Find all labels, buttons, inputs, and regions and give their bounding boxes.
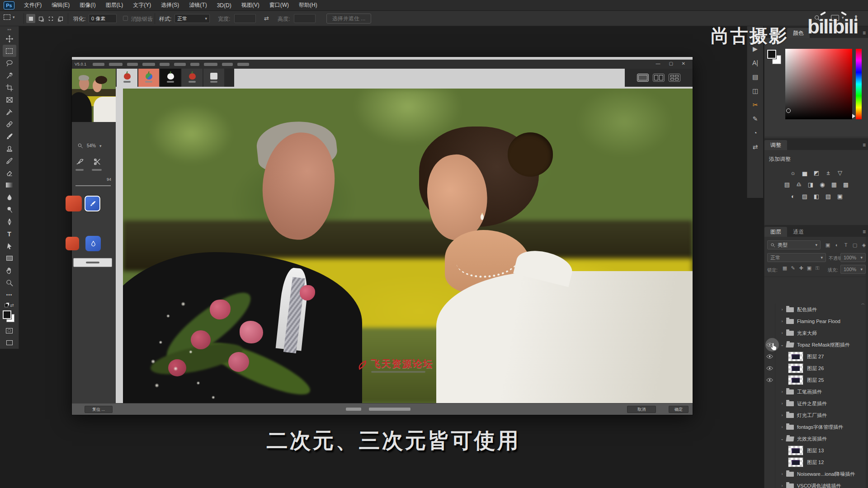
layer-name[interactable]: 配色插件 (797, 306, 817, 313)
layer-filter-select[interactable]: 类型 ▾ (767, 240, 821, 249)
visibility-eye-empty[interactable] (764, 421, 775, 433)
tab-mask-view[interactable] (117, 69, 137, 87)
add-selection-button[interactable] (36, 14, 45, 23)
visibility-eye-empty[interactable] (764, 409, 775, 421)
single-view-button[interactable] (637, 74, 649, 82)
dialog-menu-item[interactable] (109, 63, 123, 66)
new-selection-button[interactable] (26, 14, 35, 23)
cancel-button[interactable]: 取消 (627, 406, 656, 413)
dialog-menu-item[interactable] (127, 63, 138, 66)
layer-group-row[interactable]: ›fontags字体管理插件 (764, 421, 866, 433)
layer-group-row[interactable]: ›Noiseware...ional降噪插件 (764, 468, 866, 480)
layer-name[interactable]: 图层 25 (807, 377, 824, 384)
layer-group-row[interactable]: ›配色插件 (764, 304, 866, 315)
posterize-icon[interactable]: ▨ (800, 192, 809, 201)
visibility-eye-empty[interactable] (764, 315, 775, 327)
clone-stamp-tool[interactable] (3, 142, 16, 155)
layer-name[interactable]: 光束大师 (797, 330, 817, 337)
hue-slider[interactable] (856, 49, 862, 119)
levels-icon[interactable]: ▅ (800, 168, 809, 177)
filter-type-icon[interactable]: T (842, 240, 849, 249)
layer-row[interactable]: 图层 12 (764, 456, 866, 468)
layer-thumbnail[interactable] (788, 352, 803, 361)
visibility-eye-empty[interactable] (764, 480, 775, 488)
fill-select[interactable]: 100%▾ (840, 265, 866, 274)
channel-mixer-icon[interactable]: ▦ (830, 180, 839, 189)
tool-b-icon[interactable] (93, 157, 102, 168)
dialog-menu-item[interactable] (160, 63, 170, 66)
menu-选择S[interactable]: 选择(S) (156, 0, 184, 11)
foreground-color-swatch[interactable] (3, 310, 11, 319)
lock-transparent-icon[interactable]: ▦ (781, 265, 789, 271)
gradient-tool[interactable] (3, 179, 16, 191)
lock-pixels-icon[interactable]: ✎ (789, 265, 797, 271)
filter-pixel-icon[interactable]: ▣ (824, 240, 831, 249)
visibility-eye-empty[interactable] (764, 386, 775, 398)
layer-name[interactable]: 图层 13 (807, 447, 824, 454)
dialog-menu-item[interactable] (204, 63, 217, 66)
filter-adjustment-icon[interactable]: ◐ (833, 240, 840, 249)
layer-group-row[interactable]: ›Flaming Pear Flood (764, 315, 866, 327)
layer-row[interactable]: 图层 27 (764, 351, 866, 362)
tab-trimap-view[interactable] (138, 69, 159, 87)
magic-wand-tool[interactable] (3, 69, 16, 81)
ruler-icon[interactable]: ▤ (750, 71, 761, 83)
move-tool[interactable] (3, 33, 16, 45)
brush-size-slider[interactable] (75, 185, 111, 186)
lock-artboard-icon[interactable]: ▣ (805, 265, 813, 271)
saturation-field[interactable] (785, 49, 852, 119)
recover-button[interactable] (73, 258, 112, 267)
dialog-menu-item[interactable] (93, 63, 104, 66)
quick-mask-icon[interactable] (3, 324, 16, 337)
foreground-swatch[interactable] (767, 50, 776, 59)
chevron-closed-icon[interactable]: › (779, 401, 785, 406)
dialog-title-bar[interactable]: V5.0.1 (72, 60, 693, 69)
visibility-eye-empty[interactable] (764, 456, 775, 468)
layer-name[interactable]: VSCO调色滤镜插件 (797, 483, 841, 488)
layer-group-row[interactable]: ›证件之星插件 (764, 398, 866, 409)
swap-dimensions-icon[interactable]: ⇄ (264, 15, 269, 22)
select-and-mask-button[interactable]: 选择并遮住 ... (326, 14, 371, 23)
chevron-closed-icon[interactable]: › (779, 307, 785, 312)
lock-all-icon[interactable]: ⚿ (813, 265, 821, 271)
color-cursor[interactable] (786, 108, 791, 113)
menu-编辑E[interactable]: 编辑(E) (47, 0, 75, 11)
blue-brush-button[interactable] (85, 196, 100, 211)
frame-tool[interactable] (3, 94, 16, 106)
dodge-tool[interactable] (3, 203, 16, 216)
dialog-menu-item[interactable] (237, 63, 249, 66)
layer-name[interactable]: 证件之星插件 (797, 400, 827, 407)
chevron-open-icon[interactable]: ⌄ (779, 436, 785, 441)
curves-icon[interactable]: ◩ (812, 168, 821, 177)
reset-button[interactable]: 复位 ... (85, 406, 113, 413)
layer-group-row[interactable]: ›工笔画插件 (764, 386, 866, 398)
tab-adjustments[interactable]: 调整 (764, 140, 787, 150)
panel-menu-icon[interactable]: ≡ (863, 142, 866, 148)
width-input[interactable] (234, 14, 256, 23)
brush-settings-icon[interactable]: ✎ (750, 113, 761, 125)
hue-slider-arrow[interactable] (852, 114, 855, 118)
chevron-closed-icon[interactable]: › (779, 483, 785, 488)
layer-row[interactable]: 图层 13 (764, 445, 866, 456)
chevron-closed-icon[interactable]: › (779, 319, 785, 324)
visibility-eye-empty[interactable] (764, 433, 775, 445)
ok-button[interactable]: 确定 (669, 406, 689, 413)
layer-name[interactable]: fontags字体管理插件 (797, 424, 843, 431)
invert-icon[interactable]: ◐ (788, 192, 797, 201)
layer-group-row[interactable]: ›VSCO调色滤镜插件 (764, 480, 866, 488)
red-brush-button[interactable] (66, 196, 82, 211)
brush-tool[interactable] (3, 130, 16, 142)
character-icon[interactable]: A| (750, 57, 761, 69)
rectangular-marquee-tool[interactable] (3, 45, 16, 57)
chevron-closed-icon[interactable]: › (779, 331, 785, 335)
dialog-menu-item[interactable] (222, 63, 233, 66)
layer-name[interactable]: Flaming Pear Flood (797, 319, 840, 324)
photo-preview[interactable]: 飞天资源论坛 (123, 89, 693, 403)
tab-layers[interactable]: 图层 (764, 227, 787, 237)
tab-color[interactable]: 颜色 (787, 28, 810, 38)
tool-a-icon[interactable] (75, 157, 85, 168)
tab-channels[interactable]: 通道 (787, 227, 810, 237)
exposure-icon[interactable]: ± (824, 168, 833, 177)
color-balance-icon[interactable]: ♎ (794, 180, 803, 189)
layer-thumbnail[interactable] (788, 446, 803, 455)
